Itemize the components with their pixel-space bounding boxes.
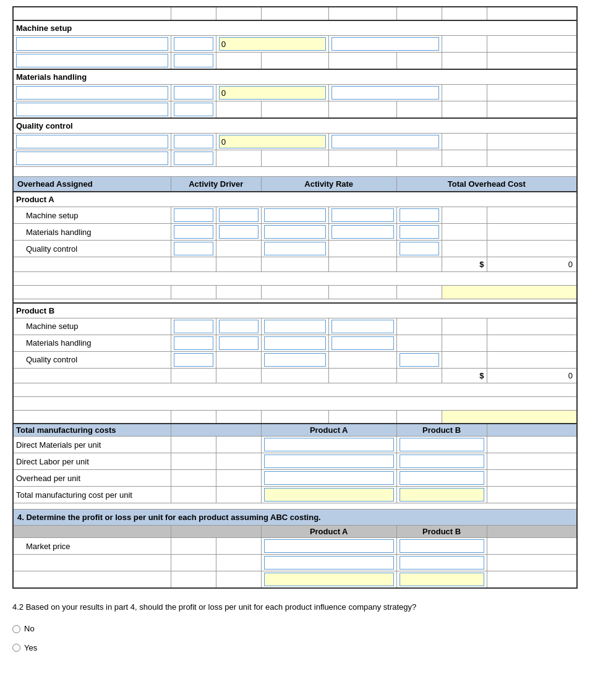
pb-mh-input1[interactable] — [174, 336, 213, 350]
pa-ms-input5[interactable] — [400, 208, 439, 222]
dl-product-a[interactable] — [264, 455, 394, 468]
pa-ms-input2[interactable] — [219, 208, 259, 222]
pa-ms-input4[interactable] — [331, 208, 393, 222]
pa-mh-input5[interactable] — [400, 225, 439, 239]
spacer3 — [13, 503, 577, 510]
pa-qc-input2[interactable] — [264, 242, 326, 255]
materials-handling-header: Materials handling — [13, 69, 577, 85]
qc-input3[interactable] — [331, 135, 438, 148]
pb-ms-input1[interactable] — [174, 320, 213, 333]
machine-setup-label: Machine setup — [16, 23, 72, 33]
product-a-materials-handling: Materials handling — [13, 224, 577, 241]
machine-setup-input4[interactable] — [16, 54, 168, 67]
pb-ms-input2[interactable] — [219, 320, 259, 333]
product-b-materials-handling: Materials handling — [13, 335, 577, 351]
pa-qc-label: Quality control — [13, 241, 171, 257]
pa-qc-input1[interactable] — [174, 242, 213, 255]
pa-mh-input3[interactable] — [264, 225, 326, 239]
mat-input5[interactable] — [174, 103, 213, 116]
product-b-total-row: $ 0 — [13, 368, 577, 383]
direct-materials-label: Direct Materials per unit — [13, 437, 171, 453]
oh-product-b[interactable] — [400, 471, 484, 485]
pa-empty1 — [13, 272, 577, 286]
pb-machine-setup-label: Machine setup — [13, 318, 171, 335]
product-a-machine-setup: Machine setup — [13, 207, 577, 224]
pa-ms-input3[interactable] — [264, 208, 326, 222]
s4-empty1 — [13, 555, 577, 571]
dm-product-b[interactable] — [400, 438, 484, 451]
radio-no-item: No — [12, 623, 578, 636]
quality-control-label: Quality control — [16, 121, 73, 130]
s4-input-b2[interactable] — [400, 556, 484, 570]
mat-input1[interactable] — [16, 86, 168, 100]
total-mfg-header-row: Total manufacturing costs Product A Prod… — [13, 424, 577, 437]
pa-mh-input2[interactable] — [219, 225, 259, 239]
section4-col-header: Product A Product B — [13, 526, 577, 538]
pa-ms-input1[interactable] — [174, 208, 213, 222]
pb-mh-input3[interactable] — [264, 336, 326, 350]
pb-empty1 — [13, 383, 577, 396]
pa-mh-input1[interactable] — [174, 225, 213, 239]
overhead-header-row: Overhead Assigned Activity Driver Activi… — [13, 177, 577, 192]
mat-input4[interactable] — [16, 103, 168, 116]
quality-control-header: Quality control — [13, 118, 577, 134]
oh-product-a[interactable] — [264, 471, 394, 485]
total-overhead-cost-header: Total Overhead Cost — [396, 177, 577, 192]
pb-qc-label: Quality control — [13, 351, 171, 368]
mat-input2[interactable] — [174, 86, 213, 100]
pb-mh-input4[interactable] — [331, 336, 393, 350]
dm-product-a[interactable] — [264, 438, 394, 451]
s4-product-b-header: Product B — [396, 526, 487, 538]
qc-rate[interactable] — [219, 135, 326, 148]
mp-product-b[interactable] — [400, 539, 484, 553]
machine-setup-input2[interactable] — [174, 37, 213, 51]
s4-yellow-b[interactable] — [400, 573, 484, 586]
total-mfg-cost-row: Total manufacturing cost per unit — [13, 487, 577, 503]
pb-qc-input2[interactable] — [264, 353, 326, 367]
s4-yellow-a[interactable] — [264, 573, 394, 586]
pb-mh-label: Materials handling — [13, 335, 171, 351]
machine-setup-header: Machine setup — [13, 20, 577, 36]
mp-product-a[interactable] — [264, 539, 394, 553]
top-empty-row — [13, 7, 577, 20]
qc-input4[interactable] — [16, 152, 168, 165]
bottom-section: 4.2 Based on your results in part 4, sho… — [12, 601, 578, 654]
pa-yellow-row — [13, 286, 577, 299]
total-mfg-label: Total manufacturing costs — [13, 424, 171, 437]
qc-input2[interactable] — [174, 135, 213, 148]
pb-qc-input1[interactable] — [174, 353, 213, 367]
quality-control-row2 — [13, 150, 577, 167]
qc-input5[interactable] — [174, 152, 213, 165]
mat-input3[interactable] — [331, 86, 438, 100]
pa-mh-label: Materials handling — [13, 224, 171, 241]
radio-yes-item: Yes — [12, 642, 578, 655]
tmc-product-b[interactable] — [400, 488, 484, 502]
pa-mh-input4[interactable] — [331, 225, 393, 239]
section4-header-row: 4. Determine the profit or loss per unit… — [13, 510, 577, 526]
pb-ms-input4[interactable] — [331, 320, 393, 333]
dl-product-b[interactable] — [400, 455, 484, 468]
machine-setup-input3[interactable] — [331, 37, 438, 51]
pb-empty2 — [13, 396, 577, 410]
s4-yellow-row — [13, 571, 577, 589]
qc-input1[interactable] — [16, 135, 168, 148]
section4-header: 4. Determine the profit or loss per unit… — [13, 510, 577, 526]
pa-qc-input3[interactable] — [400, 242, 439, 255]
pb-ms-input3[interactable] — [264, 320, 326, 333]
machine-setup-row2 — [13, 53, 577, 70]
overhead-unit-row: Overhead per unit — [13, 470, 577, 487]
machine-setup-rate[interactable] — [219, 37, 326, 51]
question-text: 4.2 Based on your results in part 4, sho… — [12, 601, 578, 614]
radio-no[interactable] — [12, 625, 20, 633]
pb-mh-input2[interactable] — [219, 336, 259, 350]
pb-qc-input3[interactable] — [400, 353, 439, 367]
machine-setup-input5[interactable] — [174, 54, 213, 67]
product-a-label: Product A — [16, 195, 54, 204]
s4-product-a-header: Product A — [261, 526, 396, 538]
s4-input-a2[interactable] — [264, 556, 394, 570]
product-b-label: Product B — [16, 306, 54, 315]
radio-yes[interactable] — [12, 644, 20, 652]
machine-setup-input1[interactable] — [16, 37, 168, 51]
mat-rate[interactable] — [219, 86, 326, 100]
tmc-product-a[interactable] — [264, 488, 394, 502]
